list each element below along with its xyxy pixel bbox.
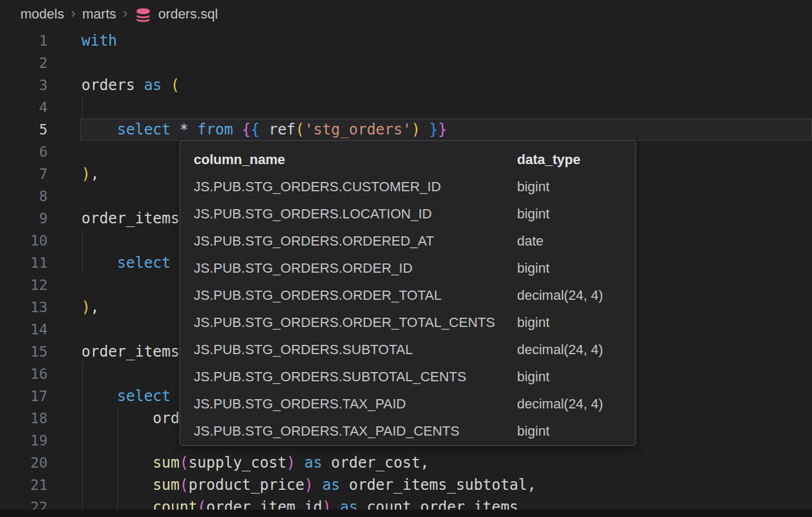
popup-data-type: date [517,233,622,249]
line-number: 2 [0,52,48,74]
code-text: select [48,385,171,407]
code-line[interactable]: 21 sum(product_price) as order_items_sub… [0,474,812,496]
code-line[interactable]: 20 sum(supply_cost) as order_cost, [0,452,812,474]
line-number: 7 [0,163,48,185]
popup-column-name: JS.PUB.STG_ORDERS.TAX_PAID_CENTS [194,423,517,439]
code-text: sum(product_price) as order_items_subtot… [48,474,536,496]
line-number: 8 [0,185,48,207]
popup-data-type: bigint [517,206,622,222]
code-line[interactable]: 2 [0,52,812,74]
breadcrumb-item-file[interactable]: orders.sql [159,6,218,22]
popup-column-name: JS.PUB.STG_ORDERS.TAX_PAID [194,396,517,412]
popup-data-type: bigint [517,423,622,439]
code-text: count(order_item_id) as count_order_item… [48,496,518,510]
line-number: 11 [0,252,48,274]
popup-column-row: JS.PUB.STG_ORDERS.CUSTOMER_IDbigint [194,173,622,201]
line-number: 9 [0,207,48,230]
line-number: 10 [0,230,48,252]
popup-column-name: JS.PUB.STG_ORDERS.ORDER_TOTAL_CENTS [194,315,517,331]
popup-column-name: JS.PUB.STG_ORDERS.ORDER_TOTAL [194,287,517,304]
line-number: 22 [0,496,48,510]
code-text: ), [48,296,99,318]
popup-column-row: JS.PUB.STG_ORDERS.ORDERED_ATdate [194,228,622,255]
code-text: ord [48,407,180,429]
popup-column-name: JS.PUB.STG_ORDERS.LOCATION_ID [194,206,517,222]
breadcrumb: models › marts › orders.sql [0,0,812,28]
popup-data-type: decimal(24, 4) [517,342,622,358]
code-line[interactable]: 1with [0,30,812,52]
popup-column-row: JS.PUB.STG_ORDERS.LOCATION_IDbigint [194,201,622,228]
popup-column-row: JS.PUB.STG_ORDERS.SUBTOTALdecimal(24, 4) [194,336,622,363]
line-number: 20 [0,452,48,474]
popup-column-row: JS.PUB.STG_ORDERS.TAX_PAID_CENTSbigint [194,418,622,445]
popup-header-column-name: column_name [194,152,517,168]
line-number: 6 [0,141,48,163]
breadcrumb-item-marts[interactable]: marts [82,6,116,22]
code-line[interactable]: 4 [0,96,812,118]
line-number: 4 [0,96,48,118]
line-number: 3 [0,74,48,96]
popup-data-type: decimal(24, 4) [517,396,622,412]
code-line[interactable]: 5 select * from {{ ref('stg_orders') }} [0,118,812,141]
popup-column-row: JS.PUB.STG_ORDERS.ORDER_TOTALdecimal(24,… [194,282,622,309]
popup-column-name: JS.PUB.STG_ORDERS.SUBTOTAL_CENTS [194,369,517,385]
popup-data-type: bigint [517,315,622,331]
popup-column-row: JS.PUB.STG_ORDERS.ORDER_TOTAL_CENTSbigin… [194,309,622,336]
code-text: select * from {{ ref('stg_orders') }} [48,118,447,141]
line-number: 16 [0,363,48,385]
indent-guide [82,363,83,385]
line-number: 17 [0,385,48,407]
chevron-right-icon: › [123,6,127,22]
line-number: 13 [0,296,48,318]
popup-data-type: bigint [517,369,622,385]
line-number: 19 [0,429,48,452]
line-number: 12 [0,274,48,296]
popup-column-row: JS.PUB.STG_ORDERS.SUBTOTAL_CENTSbigint [194,363,622,391]
column-info-popup: column_name data_type JS.PUB.STG_ORDERS.… [180,140,636,446]
line-number: 15 [0,341,48,363]
popup-data-type: bigint [517,260,622,276]
popup-header-data-type: data_type [517,152,622,168]
code-text: sum(supply_cost) as order_cost, [48,452,429,474]
code-text: order_items [48,341,180,363]
indent-guide [82,429,83,452]
line-number: 1 [0,30,48,52]
code-line[interactable]: 22 count(order_item_id) as count_order_i… [0,496,812,510]
popup-column-name: JS.PUB.STG_ORDERS.SUBTOTAL [194,342,517,358]
popup-column-name: JS.PUB.STG_ORDERS.ORDERED_AT [194,233,517,249]
indent-guide [82,230,83,252]
code-line[interactable]: 3orders as ( [0,74,812,96]
indent-guide [117,429,118,452]
code-text: ), [48,163,99,185]
window-bottom-edge [0,510,812,517]
popup-data-type: bigint [517,179,622,195]
line-number: 5 [0,118,48,141]
popup-header-row: column_name data_type [194,146,622,173]
indent-guide [82,96,83,118]
popup-column-name: JS.PUB.STG_ORDERS.CUSTOMER_ID [194,179,517,195]
popup-column-row: JS.PUB.STG_ORDERS.ORDER_IDbigint [194,255,622,282]
popup-data-type: decimal(24, 4) [517,287,622,304]
code-text: select [48,252,171,274]
line-number: 18 [0,407,48,429]
line-number: 21 [0,474,48,496]
database-icon [135,6,152,23]
code-text: order_items [48,207,180,230]
popup-column-name: JS.PUB.STG_ORDERS.ORDER_ID [194,260,517,276]
popup-column-row: JS.PUB.STG_ORDERS.TAX_PAIDdecimal(24, 4) [194,391,622,418]
code-text: with [48,30,117,52]
code-text: orders as ( [48,74,180,96]
breadcrumb-item-models[interactable]: models [20,6,64,22]
line-number: 14 [0,318,48,341]
chevron-right-icon: › [71,6,75,22]
